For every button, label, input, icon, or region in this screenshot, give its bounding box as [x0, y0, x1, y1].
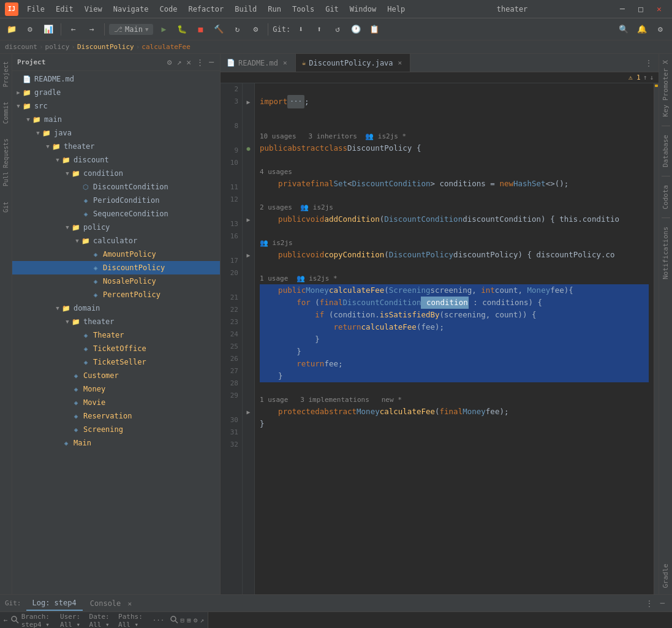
minimize-btn[interactable]: ─: [614, 1, 630, 17]
tree-item-percentpolicy[interactable]: ◈ PercentPolicy: [12, 288, 220, 301]
menu-git[interactable]: Git: [320, 3, 344, 15]
run-btn[interactable]: ▶: [156, 21, 172, 37]
menu-navigate[interactable]: Navigate: [108, 3, 154, 15]
git-push-btn[interactable]: ⬆: [311, 21, 327, 37]
git-fetch-btn[interactable]: ↺: [330, 21, 345, 37]
gradle-side-tab[interactable]: Gradle: [660, 560, 671, 592]
stop-btn[interactable]: ■: [192, 21, 208, 37]
sync-btn[interactable]: ↻: [229, 21, 245, 37]
tree-item-money[interactable]: ◈ Money: [12, 382, 220, 396]
search-input-git[interactable]: [10, 615, 19, 626]
tree-item-readme[interactable]: 📄 README.md: [12, 72, 220, 86]
tab-discountpolicy[interactable]: ☕ DiscountPolicy.java ✕: [296, 54, 411, 72]
bottom-more-btn[interactable]: ⋮: [643, 598, 655, 609]
readme-tab-close[interactable]: ✕: [281, 58, 289, 67]
build-btn[interactable]: 🔨: [211, 21, 227, 37]
git-minimize-btn[interactable]: ↗: [200, 616, 204, 624]
settings-btn[interactable]: ⚙: [247, 21, 263, 37]
tree-item-amountpolicy[interactable]: ◈ AmountPolicy: [12, 248, 220, 261]
code-area[interactable]: import ···; 10 usages 3 inheritors 👥 is2…: [255, 83, 654, 594]
close-btn[interactable]: ✕: [651, 1, 667, 17]
menu-file[interactable]: File: [22, 3, 50, 15]
git-tab[interactable]: Git: [1, 197, 11, 218]
menu-help[interactable]: Help: [382, 3, 410, 15]
menu-edit[interactable]: Edit: [51, 3, 78, 15]
tree-item-gradle[interactable]: ▶ 📁 gradle: [12, 86, 220, 99]
branch-filter[interactable]: Branch: step4 ▾: [21, 613, 58, 629]
breadcrumb-file[interactable]: DiscountPolicy: [77, 43, 134, 51]
menu-run[interactable]: Run: [263, 3, 286, 15]
breadcrumb-discount[interactable]: discount: [5, 43, 37, 51]
tree-item-theater-root[interactable]: ▼ 📁 theater: [12, 140, 220, 153]
sidebar-more-icon[interactable]: ⋮: [195, 56, 205, 68]
bottom-tab-log[interactable]: Log: step4: [26, 596, 83, 611]
commits-tab[interactable]: Commit: [1, 97, 11, 129]
structure-icon[interactable]: 📊: [40, 21, 56, 37]
git-log-btn[interactable]: 📋: [366, 21, 382, 37]
codota-tab[interactable]: Codota: [660, 181, 671, 213]
console-close-icon[interactable]: ✕: [128, 600, 132, 608]
code-content[interactable]: 2 3 8 9 10 11 12 13 16 17 20: [221, 83, 659, 594]
back-icon[interactable]: ←: [4, 616, 8, 624]
tree-item-theater-class[interactable]: ◈ Theater: [12, 328, 220, 342]
maximize-btn[interactable]: □: [633, 1, 649, 17]
menu-refactor[interactable]: Refactor: [183, 3, 228, 15]
search-everywhere-btn[interactable]: 🔍: [616, 21, 632, 37]
tree-item-src[interactable]: ▼ 📁 src: [12, 99, 220, 113]
sidebar-expand-icon[interactable]: ↗: [176, 56, 183, 68]
bottom-tab-console[interactable]: Console ✕: [84, 597, 138, 610]
tree-item-periodcondition[interactable]: ◈ PeriodCondition: [12, 194, 220, 207]
project-icon[interactable]: 📁: [4, 21, 20, 37]
tree-item-calculator[interactable]: ▼ 📁 calculator: [12, 234, 220, 248]
git-search-btn[interactable]: [170, 615, 178, 626]
sidebar-minimize-icon[interactable]: ─: [208, 56, 215, 68]
git-pull-btn[interactable]: ⬇: [293, 21, 309, 37]
expand-rows-btn[interactable]: ⊞: [187, 616, 191, 624]
tree-item-ticketoffice[interactable]: ◈ TicketOffice: [12, 342, 220, 355]
git-history-btn[interactable]: 🕐: [348, 21, 364, 37]
tree-item-main-class[interactable]: ◈ Main: [12, 436, 220, 450]
tree-item-theater-domain[interactable]: ▼ 📁 theater: [12, 315, 220, 328]
tree-item-discount[interactable]: ▼ 📁 discount: [12, 153, 220, 167]
tree-item-discountcondition[interactable]: ⬡ DiscountCondition: [12, 180, 220, 194]
dp-tab-close[interactable]: ✕: [396, 58, 404, 67]
project-tab[interactable]: Project: [1, 56, 11, 92]
bottom-minimize-btn[interactable]: ─: [658, 598, 667, 609]
notifications-side-tab[interactable]: Notifications: [660, 223, 671, 283]
sidebar-settings-icon[interactable]: ⚙: [166, 56, 173, 68]
tab-more-btn[interactable]: ⋮: [643, 58, 655, 69]
tree-item-discountpolicy[interactable]: ◈ DiscountPolicy: [12, 261, 220, 274]
tree-item-condition[interactable]: ▼ 📁 condition: [12, 167, 220, 180]
key-promoter-tab[interactable]: Key Promoter X: [660, 56, 671, 121]
pullreq-tab[interactable]: Pull Requests: [1, 134, 11, 191]
tree-item-movie[interactable]: ◈ Movie: [12, 396, 220, 409]
tree-item-policy[interactable]: ▼ 📁 policy: [12, 221, 220, 234]
filter-more-btn[interactable]: ···: [153, 616, 165, 624]
paths-filter[interactable]: Paths: All ▾: [118, 613, 148, 629]
tree-item-java[interactable]: ▼ 📁 java: [12, 126, 220, 140]
menu-build[interactable]: Build: [230, 3, 262, 15]
debug-btn[interactable]: 🐛: [174, 21, 190, 37]
branch-selector[interactable]: ⎇ Main ▼: [109, 24, 153, 35]
sidebar-close-icon[interactable]: ✕: [185, 56, 192, 68]
database-tab[interactable]: Database: [660, 131, 671, 171]
collapse-btn[interactable]: ⊟: [181, 616, 185, 624]
tree-item-domain[interactable]: ▼ 📁 domain: [12, 301, 220, 315]
back-btn[interactable]: ←: [66, 21, 81, 37]
tree-item-reservation[interactable]: ◈ Reservation: [12, 409, 220, 423]
tree-item-nosalepolicy[interactable]: ◈ NosalePolicy: [12, 274, 220, 288]
notifications-btn[interactable]: 🔔: [634, 21, 650, 37]
breadcrumb-method[interactable]: calculateFee: [142, 43, 190, 51]
date-filter[interactable]: Date: All ▾: [89, 613, 116, 629]
menu-tools[interactable]: Tools: [287, 3, 319, 15]
tree-item-screening[interactable]: ◈ Screening: [12, 423, 220, 436]
bookmark-icon[interactable]: ⚙: [22, 21, 38, 37]
tree-item-customer[interactable]: ◈ Customer: [12, 369, 220, 382]
menu-window[interactable]: Window: [345, 3, 381, 15]
user-filter[interactable]: User: All ▾: [60, 613, 87, 629]
menu-code[interactable]: Code: [155, 3, 183, 15]
forward-btn[interactable]: →: [84, 21, 100, 37]
tab-readme[interactable]: 📄 README.md ✕: [221, 54, 296, 72]
tree-item-sequencecondition[interactable]: ◈ SequenceCondition: [12, 207, 220, 221]
menu-view[interactable]: View: [80, 3, 107, 15]
